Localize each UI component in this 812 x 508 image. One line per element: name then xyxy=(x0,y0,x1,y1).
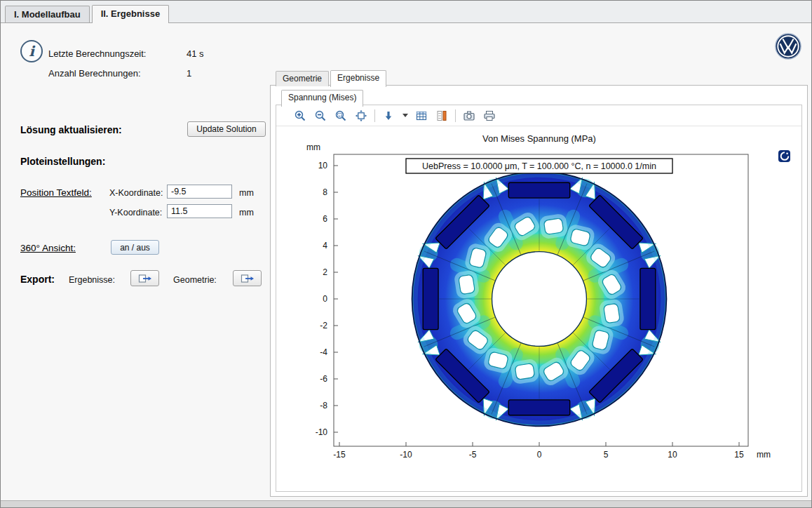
plot-title: Von Mises Spannung (MPa) xyxy=(482,133,596,144)
plot-panel: Von Mises Spannung (MPa) mm UebPress = 1… xyxy=(276,105,802,492)
color-legend-icon[interactable] xyxy=(435,109,449,123)
export-results-label: Ergebnisse: xyxy=(69,275,115,285)
svg-text:4: 4 xyxy=(323,241,327,250)
stat-label: Anzahl Berechnungen: xyxy=(48,68,141,79)
export-results-button[interactable] xyxy=(130,270,159,286)
view-orientation-dropdown-icon[interactable] xyxy=(402,109,408,123)
svg-text:-10: -10 xyxy=(315,427,327,437)
view-360-toggle-button[interactable]: an / aus xyxy=(111,240,159,255)
tab-label: Ergebnisse xyxy=(337,73,379,83)
export-heading: Export: xyxy=(20,274,55,285)
comsol-logo-button[interactable] xyxy=(778,150,790,162)
svg-text:15: 15 xyxy=(734,450,744,460)
svg-text:5: 5 xyxy=(603,450,608,460)
svg-text:6: 6 xyxy=(323,214,327,224)
x-axis-ticks: -15-10-5051015 xyxy=(333,442,744,460)
grid-icon[interactable] xyxy=(414,109,428,123)
y-coordinate-input[interactable] xyxy=(167,204,232,218)
svg-text:-5: -5 xyxy=(468,450,476,460)
plot-tabbar: Spannung (Mises) xyxy=(281,90,363,106)
tab-ergebnisse[interactable]: II. Ergebnisse xyxy=(92,5,170,23)
export-icon xyxy=(241,272,255,286)
view-orientation-icon[interactable] xyxy=(381,109,395,123)
x-axis-unit: mm xyxy=(757,450,771,460)
tab-results[interactable]: Ergebnisse xyxy=(330,70,386,87)
results-tabbar: Geometrie Ergebnisse xyxy=(276,70,386,86)
snapshot-camera-icon[interactable] xyxy=(462,109,476,123)
zoom-in-icon[interactable] xyxy=(293,109,307,123)
svg-text:10: 10 xyxy=(668,450,677,460)
app-window: I. Modellaufbau II. Ergebnisse i Letzte … xyxy=(0,0,812,508)
graphics-toolbar xyxy=(276,105,801,126)
graphics-area: Von Mises Spannung (MPa) mm UebPress = 1… xyxy=(276,126,801,491)
stat-value: 1 xyxy=(187,68,191,79)
svg-text:-8: -8 xyxy=(320,401,327,410)
plot-settings-heading: Ploteinstellungen: xyxy=(20,156,105,167)
update-solution-heading: Lösung aktualisieren: xyxy=(20,124,122,135)
tab-label: II. Ergebnisse xyxy=(101,8,161,19)
svg-text:-10: -10 xyxy=(400,450,412,460)
position-textfield-label: Position Textfeld: xyxy=(20,187,92,198)
svg-text:-6: -6 xyxy=(320,374,327,384)
toolbar-separator xyxy=(374,109,375,122)
zoom-selection-icon[interactable] xyxy=(334,109,348,123)
export-geometry-button[interactable] xyxy=(233,270,262,286)
graphics-canvas[interactable]: Von Mises Spannung (MPa) mm UebPress = 1… xyxy=(294,129,785,464)
print-icon[interactable] xyxy=(482,109,496,123)
svg-text:0: 0 xyxy=(323,294,327,304)
main-tabbar: I. Modellaufbau II. Ergebnisse xyxy=(1,1,811,23)
x-coordinate-input[interactable] xyxy=(167,185,232,199)
y-unit-label: mm xyxy=(239,208,254,218)
annotation-text: UebPress = 10.0000 μm, T = 100.000 °C, n… xyxy=(422,161,656,171)
rotor-stress-plot xyxy=(412,172,666,427)
svg-text:0: 0 xyxy=(536,450,541,460)
svg-text:-15: -15 xyxy=(333,450,346,460)
svg-text:-2: -2 xyxy=(320,321,327,330)
y-coordinate-label: Y-Koordinate: xyxy=(109,208,162,218)
x-unit-label: mm xyxy=(239,188,254,198)
svg-text:8: 8 xyxy=(323,187,327,197)
view-360-label: 360° Ansicht: xyxy=(20,243,76,253)
window-bottom-edge xyxy=(1,500,811,507)
vw-logo xyxy=(775,33,801,60)
zoom-extents-icon[interactable] xyxy=(354,109,368,123)
info-icon: i xyxy=(20,40,43,62)
svg-text:10: 10 xyxy=(318,161,327,171)
export-geometry-label: Geometrie: xyxy=(173,275,217,285)
y-axis-ticks: -10-8-6-4-20246810 xyxy=(315,161,337,437)
tab-label: Geometrie xyxy=(283,74,322,83)
svg-text:-4: -4 xyxy=(320,347,327,357)
tab-geometrie[interactable]: Geometrie xyxy=(276,71,329,86)
svg-text:2: 2 xyxy=(323,267,327,277)
y-axis-unit: mm xyxy=(306,142,320,152)
tab-modellaufbau[interactable]: I. Modellaufbau xyxy=(5,6,90,22)
tab-spannung-mises[interactable]: Spannung (Mises) xyxy=(281,90,363,107)
export-icon xyxy=(138,272,152,286)
stat-label: Letzte Berechnungszeit: xyxy=(48,48,146,59)
update-solution-button[interactable]: Update Solution xyxy=(187,121,266,137)
tab-label: I. Modellaufbau xyxy=(14,9,81,20)
tab-label: Spannung (Mises) xyxy=(288,93,356,102)
toolbar-separator xyxy=(455,109,456,122)
zoom-out-icon[interactable] xyxy=(313,109,327,123)
x-coordinate-label: X-Koordinate: xyxy=(109,188,163,198)
stat-value: 41 s xyxy=(187,48,204,59)
